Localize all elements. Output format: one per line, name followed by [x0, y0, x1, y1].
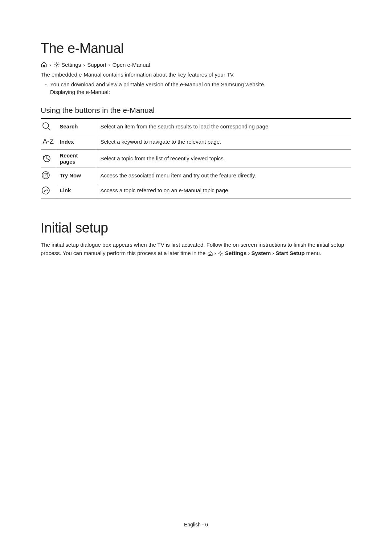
svg-point-1	[43, 123, 49, 128]
section-title-initial-setup: Initial setup	[41, 220, 351, 236]
note-display: Displaying the e-Manual:	[45, 89, 351, 95]
gear-icon	[218, 251, 224, 256]
note-download: You can download and view a printable ve…	[50, 81, 265, 87]
chevron-right-icon: ›	[109, 62, 110, 68]
table-row: Try Now Access the associated menu item …	[41, 168, 351, 183]
row-label: Search	[56, 119, 96, 134]
initial-setup-paragraph: The initial setup dialogue box appears w…	[41, 241, 351, 257]
row-desc: Access the associated menu item and try …	[96, 168, 351, 183]
chevron-right-icon: ›	[272, 250, 274, 256]
section-title-emanual: The e-Manual	[41, 41, 351, 56]
breadcrumb: › Settings › Support › Open e-Manual	[41, 61, 351, 68]
index-icon: A-Z	[42, 137, 54, 145]
intro-text: The embedded e-Manual contains informati…	[41, 71, 351, 78]
table-row: A-Z Index Select a keyword to navigate t…	[41, 134, 351, 149]
row-desc: Select an item from the search results t…	[96, 119, 351, 134]
svg-point-8	[220, 252, 221, 254]
row-label: Index	[56, 134, 96, 149]
path-start-setup: Start Setup	[275, 250, 305, 256]
page-footer: English - 6	[0, 522, 392, 527]
subheading-buttons: Using the buttons in the e-Manual	[41, 106, 351, 115]
table-row: Recent pages Select a topic from the lis…	[41, 149, 351, 168]
row-desc: Access a topic referred to on an e-Manua…	[96, 183, 351, 198]
chevron-right-icon: ›	[215, 250, 216, 256]
svg-point-4	[42, 172, 49, 179]
buttons-table: Search Select an item from the search re…	[41, 118, 351, 198]
initial-setup-text-post: menu.	[306, 250, 322, 256]
path-system: System	[252, 250, 271, 256]
table-row: Link Access a topic referred to on an e-…	[41, 183, 351, 198]
breadcrumb-open: Open e-Manual	[113, 62, 150, 68]
svg-rect-5	[44, 174, 47, 177]
row-desc: Select a keyword to navigate to the rele…	[96, 134, 351, 149]
note-list: -You can download and view a printable v…	[41, 81, 351, 95]
recent-icon	[41, 153, 55, 164]
breadcrumb-support: Support	[87, 62, 106, 68]
svg-line-2	[48, 128, 50, 130]
try-now-icon	[41, 171, 55, 180]
row-desc: Select a topic from the list of recently…	[96, 149, 351, 168]
search-icon	[41, 121, 55, 131]
home-icon	[207, 251, 213, 256]
row-label: Recent pages	[56, 149, 96, 168]
path-settings: Settings	[225, 250, 246, 256]
svg-point-0	[56, 64, 58, 66]
chevron-right-icon: ›	[248, 250, 250, 256]
table-row: Search Select an item from the search re…	[41, 119, 351, 134]
row-label: Try Now	[56, 168, 96, 183]
chevron-right-icon: ›	[49, 62, 51, 68]
gear-icon	[53, 61, 60, 68]
breadcrumb-settings: Settings	[61, 62, 81, 68]
row-label: Link	[56, 183, 96, 198]
link-icon	[41, 186, 55, 195]
chevron-right-icon: ›	[83, 62, 85, 68]
home-icon	[41, 62, 47, 67]
